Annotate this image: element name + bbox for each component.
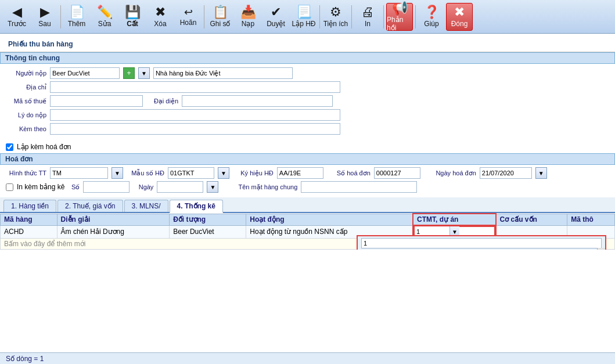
table-header-row: Mã hàng Diễn giải Đối tượng Hoạt động CT… — [1, 214, 615, 225]
ngay-invoice-dropdown[interactable]: ▼ — [207, 181, 218, 193]
general-info-form: Người nộp + ▼ Địa chỉ Mã số thuế Đại diệ… — [0, 64, 615, 140]
separator-1 — [60, 5, 61, 28]
dai-dien-label: Đại diện — [146, 98, 178, 105]
nguoi-nop-name-input[interactable] — [153, 67, 293, 79]
feedback-icon: 📢 — [392, 2, 408, 15]
add-button[interactable]: 📄 Thêm — [63, 3, 90, 31]
save-button[interactable]: 💾 Cất — [119, 3, 146, 31]
dai-dien-input[interactable] — [182, 95, 333, 107]
kem-theo-label: Kèm theo — [6, 125, 46, 132]
ky-hieu-hd-label: Ký hiệu HĐ — [233, 170, 274, 177]
toolbar: ◀ Trước ▶ Sau 📄 Thêm ✏️ Sửa 💾 Cất ✖ Xóa … — [0, 0, 615, 34]
ly-do-nop-row: Lý do nộp — [6, 109, 609, 121]
nguoi-nop-input[interactable] — [50, 67, 120, 79]
col-ma-hang: Mã hàng — [1, 214, 57, 225]
delete-icon: ✖ — [155, 6, 166, 19]
edit-button[interactable]: ✏️ Sửa — [91, 3, 118, 31]
cell-doi-tuong: Beer DucViet — [170, 225, 246, 238]
forward-button[interactable]: ▶ Sau — [31, 3, 58, 31]
add-icon: 📄 — [69, 6, 85, 19]
save-icon: 💾 — [125, 6, 141, 19]
so-hoa-don-input[interactable] — [374, 167, 420, 179]
create-invoice-button[interactable]: 📃 Lập HĐ — [290, 3, 317, 31]
cell-dien-giai: Âm chén Hải Dương — [57, 225, 170, 238]
ly-do-nop-input[interactable] — [50, 109, 340, 121]
nguoi-nop-dropdown-button[interactable]: ▼ — [138, 67, 150, 79]
hoa-don-form: Hình thức TT ▼ Mẫu số HĐ ▼ Ký hiệu HĐ Số… — [0, 165, 615, 197]
dia-chi-label: Địa chỉ — [6, 84, 46, 91]
ngay-input[interactable] — [157, 181, 203, 193]
separator-6 — [415, 5, 416, 28]
hinh-thuc-tt-dropdown[interactable]: ▼ — [112, 167, 123, 179]
so-label: Số — [68, 183, 80, 191]
tab-thong-ke[interactable]: 4. Thống kê — [170, 200, 223, 213]
hold-button[interactable]: ↩ Hoãn — [175, 3, 202, 31]
mau-so-hd-dropdown[interactable]: ▼ — [218, 167, 229, 179]
hold-icon: ↩ — [184, 7, 193, 17]
back-icon: ◀ — [12, 6, 22, 19]
nguoi-nop-label: Người nộp — [6, 70, 46, 77]
hinh-thuc-tt-label: Hình thức TT — [6, 170, 46, 177]
ngay-label: Ngày — [133, 183, 153, 190]
ma-so-thue-input[interactable] — [50, 95, 143, 107]
back-button[interactable]: ◀ Trước — [3, 3, 30, 31]
lap-kem-hoa-don-label: Lập kèm hoá đơn — [17, 143, 71, 151]
create-invoice-icon: 📃 — [296, 6, 312, 19]
separator-2 — [204, 5, 204, 28]
in-kem-bang-ke-checkbox[interactable] — [6, 183, 13, 191]
lap-kem-hoa-don-area: Lập kèm hoá đơn — [0, 140, 615, 153]
close-button[interactable]: ✖ Đóng — [446, 3, 473, 31]
so-hoa-don-label: Số hoá đơn — [327, 170, 371, 177]
record-button[interactable]: 📋 Ghi số — [207, 3, 233, 31]
lap-kem-hoa-don-checkbox[interactable] — [6, 143, 13, 151]
load-icon: 📥 — [240, 6, 256, 19]
separator-5 — [383, 5, 384, 28]
dropdown-input-row — [358, 236, 605, 250]
dropdown-scrollbar[interactable] — [597, 248, 605, 250]
in-kem-bang-ke-label: In kèm bảng kê — [17, 183, 64, 191]
hoa-don-header: Hoá đơn — [0, 153, 615, 165]
load-button[interactable]: 📥 Nạp — [235, 3, 261, 31]
ten-mat-hang-chung-input[interactable] — [301, 181, 417, 193]
ma-so-thue-row: Mã số thuế Đại diện — [6, 95, 609, 107]
col-hoat-dong: Hoạt động — [246, 214, 413, 225]
ctmt-dropdown-overlay: Mã CTMT, dự án Tên CTMT, dự án Loại 0221… — [357, 235, 606, 250]
utility-button[interactable]: ⚙ Tiện ích — [322, 3, 349, 31]
hinh-thuc-tt-input[interactable] — [50, 167, 108, 179]
so-dong: Số dòng = 1 — [6, 355, 44, 363]
help-button[interactable]: ❓ Giúp — [418, 3, 445, 31]
separator-3 — [319, 5, 320, 28]
so-input[interactable] — [83, 181, 130, 193]
help-icon: ❓ — [424, 6, 440, 19]
feedback-button[interactable]: 📢 Phản hồi — [386, 3, 413, 31]
mau-so-hd-label: Mẫu số HĐ — [127, 170, 164, 177]
delete-button[interactable]: ✖ Xóa — [147, 3, 174, 31]
kem-theo-input[interactable] — [50, 123, 340, 135]
ngay-hoa-don-dropdown[interactable]: ▼ — [535, 167, 547, 179]
record-icon: 📋 — [213, 6, 228, 19]
tab-hang-tien[interactable]: 1. Hàng tiền — [3, 200, 56, 212]
cell-ma-hang: ACHD — [1, 225, 57, 238]
ly-do-nop-label: Lý do nộp — [6, 111, 46, 119]
print-icon: 🖨 — [361, 6, 374, 19]
dia-chi-row: Địa chỉ — [6, 81, 609, 93]
dropdown-search-input[interactable] — [361, 238, 602, 248]
tab-thue-gia-von[interactable]: 2. Thuế, giá vốn — [57, 200, 123, 212]
tab-mlns[interactable]: 3. MLNS/ — [124, 200, 168, 212]
separator-4 — [351, 5, 352, 28]
print-button[interactable]: 🖨 In — [354, 3, 381, 31]
ngay-hoa-don-input[interactable] — [480, 167, 532, 179]
close-icon: ✖ — [454, 6, 465, 19]
table-area: Mã hàng Diễn giải Đối tượng Hoạt động CT… — [0, 213, 615, 250]
hoa-don-row2: In kèm bảng kê Số Ngày ▼ Tên mặt hàng ch… — [6, 181, 609, 193]
nguoi-nop-add-button[interactable]: + — [123, 67, 135, 79]
approve-button[interactable]: ✔ Duyệt — [262, 3, 289, 31]
dia-chi-input[interactable] — [50, 81, 340, 93]
forward-icon: ▶ — [40, 6, 50, 19]
ky-hieu-hd-input[interactable] — [277, 167, 323, 179]
status-bar: Số dòng = 1 — [0, 352, 615, 364]
general-info-header: Thông tin chung — [0, 52, 615, 64]
tabs-bar: 1. Hàng tiền 2. Thuế, giá vốn 3. MLNS/ 4… — [0, 197, 615, 213]
ma-so-thue-label: Mã số thuế — [6, 98, 46, 105]
mau-so-hd-input[interactable] — [168, 167, 214, 179]
